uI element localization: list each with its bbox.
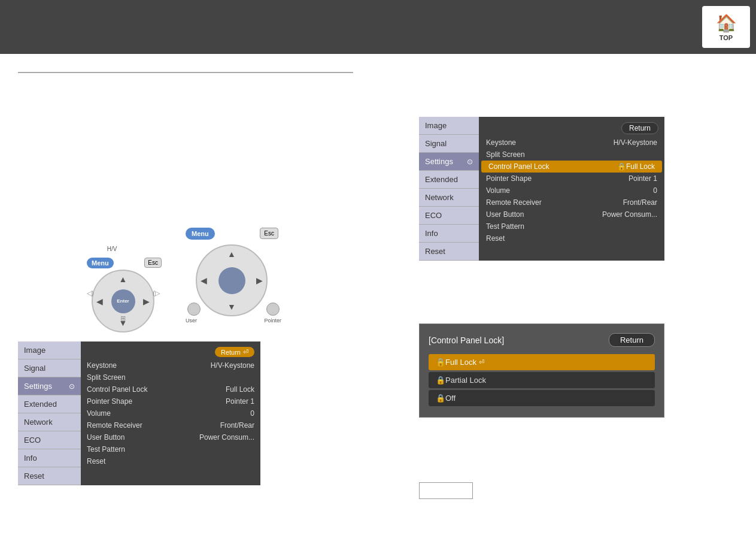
right-row-test-pattern[interactable]: Test Pattern: [479, 220, 664, 232]
dropdown-row-test-pattern[interactable]: Test Pattern: [81, 443, 260, 455]
dropdown-row-keystone[interactable]: Keystone H/V-Keystone: [81, 359, 260, 371]
right-row-volume[interactable]: Volume 0: [479, 185, 664, 197]
sidebar-item-settings-left[interactable]: Settings: [18, 377, 81, 395]
enter-button-1[interactable]: Enter: [111, 289, 135, 313]
esc-button-1[interactable]: Esc: [144, 258, 162, 268]
right-row-pointer[interactable]: Pointer Shape Pointer 1: [479, 173, 664, 185]
dropdown-row-pointer[interactable]: Pointer Shape Pointer 1: [81, 395, 260, 407]
hv-label: H/V: [107, 246, 117, 252]
nav-pad-1[interactable]: ▲ ▼ ◀ ▶ Enter: [92, 270, 154, 333]
right-row-remote[interactable]: Remote Receiver Front/Rear: [479, 197, 664, 208]
main-content: H/V Menu Esc ▲ ▼ ◀ ▶ Enter ◁) (▷ ⊞ Menu …: [0, 54, 756, 535]
sidebar-item-signal-left[interactable]: Signal: [18, 359, 81, 377]
divider: [18, 72, 353, 73]
right-row-user-btn[interactable]: User Button Power Consum...: [479, 208, 664, 220]
header: 🏠 TOP: [0, 0, 756, 54]
right-return-button[interactable]: Return: [621, 122, 658, 134]
lock-dialog-title-text: [Control Panel Lock]: [429, 335, 504, 345]
pointer-button[interactable]: [266, 303, 280, 316]
esc-button-2[interactable]: Esc: [260, 228, 278, 239]
sidebar-item-extended-left[interactable]: Extended: [18, 395, 81, 413]
lock-option-off[interactable]: 🔒Off: [429, 390, 655, 406]
nav-right-2[interactable]: ▶: [256, 276, 263, 285]
remote-2: Menu Esc ▲ ▼ ◀ ▶ User Pointer: [180, 222, 284, 327]
right-sidebar-eco[interactable]: ECO: [419, 207, 479, 225]
right-row-control-panel[interactable]: Control Panel Lock 🔒Full Lock: [481, 161, 662, 173]
right-sidebar-info[interactable]: Info: [419, 225, 479, 243]
left-return-button[interactable]: Return ⏎: [215, 347, 254, 357]
sidebar-item-network-left[interactable]: Network: [18, 413, 81, 431]
logo-text: TOP: [719, 34, 733, 41]
dropdown-row-remote[interactable]: Remote Receiver Front/Rear: [81, 419, 260, 431]
nav-left-1[interactable]: ◀: [96, 297, 103, 306]
control-panel-lock-dialog: [Control Panel Lock] Return 🔒Full Lock ⏎…: [419, 324, 664, 418]
right-row-keystone[interactable]: Keystone H/V-Keystone: [479, 137, 664, 149]
user-button[interactable]: [187, 303, 201, 316]
left-menu-sidebar: Image Signal Settings Extended Network E…: [18, 341, 81, 485]
lock-option-full[interactable]: 🔒Full Lock ⏎: [429, 354, 655, 370]
left-dropdown: Return ⏎ Keystone H/V-Keystone Split Scr…: [81, 341, 260, 485]
lock-return-button[interactable]: Return: [609, 333, 655, 347]
remotes-area: H/V Menu Esc ▲ ▼ ◀ ▶ Enter ◁) (▷ ⊞ Menu …: [87, 222, 284, 327]
nav-pad-2[interactable]: ▲ ▼ ◀ ▶: [196, 244, 268, 316]
right-sidebar-image[interactable]: Image: [419, 117, 479, 135]
small-white-box: [419, 482, 473, 499]
right-row-reset[interactable]: Reset: [479, 232, 664, 244]
right-dropdown-header: Return: [479, 120, 664, 137]
dropdown-row-user-btn[interactable]: User Button Power Consum...: [81, 431, 260, 443]
right-dropdown: Return Keystone H/V-Keystone Split Scree…: [479, 117, 664, 261]
menu-button-1[interactable]: Menu: [87, 258, 114, 268]
pointer-label: Pointer: [264, 318, 281, 324]
home-icon: 🏠: [716, 13, 737, 33]
nav-down-2[interactable]: ▼: [227, 302, 236, 312]
nav-up-2[interactable]: ▲: [227, 249, 236, 259]
nav-left-2[interactable]: ◀: [201, 276, 207, 285]
sidebar-item-info-left[interactable]: Info: [18, 449, 81, 467]
sidebar-item-eco-left[interactable]: ECO: [18, 431, 81, 449]
right-sidebar-signal[interactable]: Signal: [419, 135, 479, 153]
enter-button-2[interactable]: [218, 267, 245, 294]
menu-button-2[interactable]: Menu: [186, 228, 215, 240]
bottom-icon: ⊞: [120, 315, 126, 322]
nav-up-1[interactable]: ▲: [119, 274, 127, 284]
left-dropdown-header: Return ⏎: [81, 344, 260, 359]
dropdown-row-volume[interactable]: Volume 0: [81, 407, 260, 419]
dropdown-row-control-panel[interactable]: Control Panel Lock Full Lock: [81, 383, 260, 395]
lock-option-partial[interactable]: 🔒Partial Lock: [429, 372, 655, 388]
right-sidebar-settings[interactable]: Settings: [419, 153, 479, 171]
bottom-left-menu: Image Signal Settings Extended Network E…: [18, 341, 260, 485]
user-label: User: [186, 318, 197, 324]
vol-left-icon: ◁): [87, 289, 94, 297]
nav-right-1[interactable]: ▶: [143, 297, 150, 306]
right-sidebar-extended[interactable]: Extended: [419, 171, 479, 189]
header-logo[interactable]: 🏠 TOP: [702, 6, 750, 48]
dropdown-row-reset[interactable]: Reset: [81, 455, 260, 467]
right-menu-sidebar: Image Signal Settings Extended Network E…: [419, 117, 479, 261]
dropdown-row-split[interactable]: Split Screen: [81, 371, 260, 383]
vol-right-icon: (▷: [153, 289, 160, 297]
right-top-menu: Image Signal Settings Extended Network E…: [419, 117, 664, 261]
sidebar-item-reset-left[interactable]: Reset: [18, 467, 81, 485]
right-sidebar-network[interactable]: Network: [419, 189, 479, 207]
lock-dialog-title-row: [Control Panel Lock] Return: [429, 333, 655, 347]
sidebar-item-image-left[interactable]: Image: [18, 341, 81, 359]
remote-1: H/V Menu Esc ▲ ▼ ◀ ▶ Enter ◁) (▷ ⊞: [87, 240, 159, 324]
right-row-split[interactable]: Split Screen: [479, 149, 664, 161]
right-sidebar-reset[interactable]: Reset: [419, 243, 479, 261]
